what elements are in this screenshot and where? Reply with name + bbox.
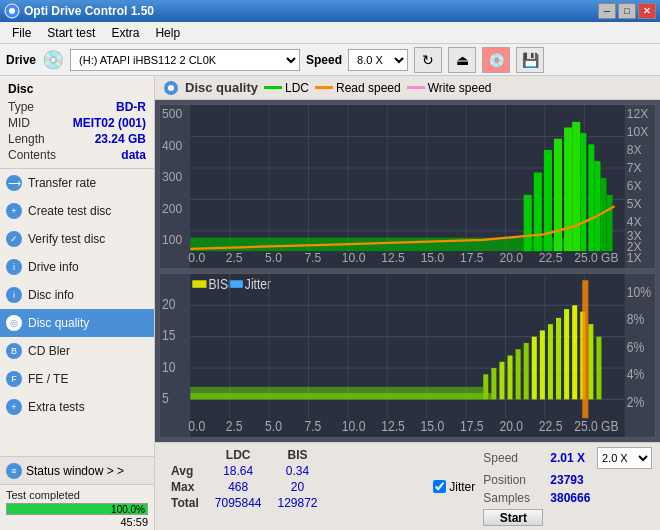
svg-rect-94 [508, 356, 513, 400]
svg-text:10X: 10X [627, 124, 649, 140]
svg-text:10.0: 10.0 [342, 418, 366, 435]
svg-point-1 [9, 8, 15, 14]
svg-text:8X: 8X [627, 142, 642, 158]
svg-rect-50 [544, 150, 552, 251]
test-status-area: Test completed 100.0% 45:59 [0, 485, 154, 530]
refresh-button[interactable]: ↻ [414, 47, 442, 73]
legend-writespeed-label: Write speed [428, 81, 492, 95]
svg-text:2%: 2% [627, 394, 645, 411]
svg-text:15.0: 15.0 [421, 250, 445, 266]
menu-extra[interactable]: Extra [103, 24, 147, 42]
nav-cd-bler[interactable]: B CD Bler [0, 337, 154, 365]
svg-text:2.5: 2.5 [226, 418, 243, 435]
status-window-label: Status window > > [26, 464, 124, 478]
speed-select[interactable]: 8.0 X [348, 49, 408, 71]
svg-text:6%: 6% [627, 339, 645, 356]
nav-verify-test-disc[interactable]: ✓ Verify test disc [0, 225, 154, 253]
svg-rect-56 [594, 161, 600, 251]
nav-icon-create: + [6, 203, 22, 219]
menu-help[interactable]: Help [147, 24, 188, 42]
title-bar: Opti Drive Control 1.50 ─ □ ✕ [0, 0, 660, 22]
save-button[interactable]: 💾 [516, 47, 544, 73]
drive-label: Drive [6, 53, 36, 67]
ldc-chart-svg: 500 400 300 200 100 12X 10X 8X 7X 6X 5X … [160, 105, 655, 268]
svg-text:12.5: 12.5 [381, 418, 405, 435]
svg-rect-95 [516, 349, 521, 399]
menu-start-test[interactable]: Start test [39, 24, 103, 42]
svg-rect-96 [524, 343, 529, 399]
maximize-button[interactable]: □ [618, 3, 636, 19]
svg-text:25.0 GB: 25.0 GB [574, 418, 618, 435]
position-key: Position [483, 473, 538, 487]
nav-disc-info[interactable]: i Disc info [0, 281, 154, 309]
drive-bar: Drive 💿 (H:) ATAPI iHBS112 2 CL0K Speed … [0, 44, 660, 76]
menu-bar: File Start test Extra Help [0, 22, 660, 44]
content-area: Disc quality LDC Read speed Write speed [155, 76, 660, 530]
stats-avg-label: Avg [163, 463, 207, 479]
legend-writespeed: Write speed [407, 81, 492, 95]
menu-file[interactable]: File [4, 24, 39, 42]
sidebar-bottom: ≡ Status window > > Test completed 100.0… [0, 456, 154, 530]
stats-max-ldc: 468 [207, 479, 270, 495]
jitter-label: Jitter [449, 480, 475, 494]
nav-icon-disc: i [6, 287, 22, 303]
samples-val: 380666 [550, 491, 590, 505]
svg-rect-49 [534, 172, 542, 251]
quality-header: Disc quality LDC Read speed Write speed [155, 76, 660, 100]
stats-avg-ldc: 18.64 [207, 463, 270, 479]
svg-text:100: 100 [162, 232, 182, 248]
legend-readspeed: Read speed [315, 81, 401, 95]
svg-rect-102 [572, 305, 577, 399]
nav-label-create: Create test disc [28, 204, 111, 218]
stats-total-bis: 129872 [270, 495, 326, 511]
jitter-checkbox[interactable] [433, 480, 446, 493]
nav-create-test-disc[interactable]: + Create test disc [0, 197, 154, 225]
nav-icon-transfer: ⟶ [6, 175, 22, 191]
disc-type-row: Type BD-R [8, 100, 146, 114]
quality-icon [163, 80, 179, 96]
rw-button[interactable]: 💿 [482, 47, 510, 73]
disc-length-val: 23.24 GB [95, 132, 146, 146]
legend-ldc: LDC [264, 81, 309, 95]
disc-mid-val: MEIT02 (001) [73, 116, 146, 130]
charts-area: 500 400 300 200 100 12X 10X 8X 7X 6X 5X … [155, 100, 660, 442]
stats-data-table: LDC BIS Avg 18.64 0.34 Max 468 [163, 447, 326, 511]
svg-text:10%: 10% [627, 283, 651, 300]
speed-key: Speed [483, 451, 538, 465]
nav-extra-tests[interactable]: + Extra tests [0, 393, 154, 421]
stats-row-total: Total 7095844 129872 [163, 495, 326, 511]
disc-type-key: Type [8, 100, 34, 114]
speed-val: 2.01 X [550, 451, 585, 465]
disc-contents-val: data [121, 148, 146, 162]
svg-text:17.5: 17.5 [460, 418, 484, 435]
nav-icon-extra: + [6, 399, 22, 415]
nav-disc-quality[interactable]: ◎ Disc quality [0, 309, 154, 337]
eject-button[interactable]: ⏏ [448, 47, 476, 73]
disc-mid-row: MID MEIT02 (001) [8, 116, 146, 130]
legend-readspeed-color [315, 86, 333, 89]
svg-text:25.0 GB: 25.0 GB [574, 250, 618, 266]
nav-label-drive: Drive info [28, 260, 79, 274]
nav-fe-te[interactable]: F FE / TE [0, 365, 154, 393]
svg-text:7.5: 7.5 [304, 418, 321, 435]
stats-total-label: Total [163, 495, 207, 511]
nav-label-disc: Disc info [28, 288, 74, 302]
speed-row: Speed 2.01 X 2.0 X [483, 447, 652, 469]
svg-text:5.0: 5.0 [265, 418, 282, 435]
minimize-button[interactable]: ─ [598, 3, 616, 19]
nav-drive-info[interactable]: i Drive info [0, 253, 154, 281]
svg-rect-98 [540, 330, 545, 399]
svg-text:5.0: 5.0 [265, 250, 282, 266]
svg-text:20.0: 20.0 [499, 250, 523, 266]
nav-transfer-rate[interactable]: ⟶ Transfer rate [0, 169, 154, 197]
legend-ldc-label: LDC [285, 81, 309, 95]
svg-text:8%: 8% [627, 311, 645, 328]
drive-select[interactable]: (H:) ATAPI iHBS112 2 CL0K [70, 49, 300, 71]
svg-rect-106 [582, 280, 588, 418]
start-button[interactable]: Start [483, 509, 543, 526]
svg-rect-55 [588, 144, 594, 251]
speed-select2[interactable]: 2.0 X [597, 447, 652, 469]
close-button[interactable]: ✕ [638, 3, 656, 19]
disc-mid-key: MID [8, 116, 30, 130]
status-window-button[interactable]: ≡ Status window > > [0, 457, 154, 485]
